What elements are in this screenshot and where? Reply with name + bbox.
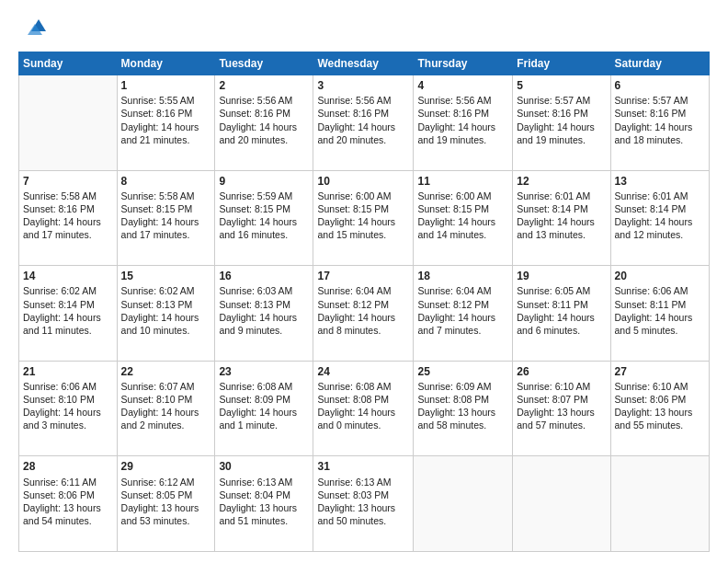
day-info-line: Daylight: 13 hours xyxy=(615,407,693,418)
day-info-line: Sunset: 8:15 PM xyxy=(417,203,489,214)
day-info-line: and 5 minutes. xyxy=(615,325,678,336)
day-info-line: Daylight: 14 hours xyxy=(219,216,297,227)
day-number: 5 xyxy=(517,78,606,93)
calendar-cell: 1Sunrise: 5:55 AMSunset: 8:16 PMDaylight… xyxy=(117,75,215,171)
day-number: 26 xyxy=(517,364,606,379)
day-info-line: Sunrise: 6:08 AM xyxy=(219,381,292,392)
page: SundayMondayTuesdayWednesdayThursdayFrid… xyxy=(0,0,728,563)
day-number: 9 xyxy=(219,174,309,189)
day-info-line: Daylight: 14 hours xyxy=(121,121,199,132)
day-info-line: Daylight: 14 hours xyxy=(317,312,395,323)
day-number: 27 xyxy=(615,364,705,379)
day-info-line: Sunrise: 6:06 AM xyxy=(615,285,688,296)
day-info-line: Daylight: 13 hours xyxy=(23,502,101,513)
calendar-cell: 24Sunrise: 6:08 AMSunset: 8:08 PMDayligh… xyxy=(313,361,414,456)
day-info-line: and 17 minutes. xyxy=(23,229,92,240)
day-info-line: and 16 minutes. xyxy=(219,229,288,240)
day-info-line: Sunrise: 5:57 AM xyxy=(517,95,590,106)
day-info-line: Daylight: 14 hours xyxy=(219,121,297,132)
day-info-line: Daylight: 14 hours xyxy=(517,121,595,132)
day-info-line: Daylight: 14 hours xyxy=(219,407,297,418)
day-number: 15 xyxy=(121,269,211,283)
day-info-line: Sunrise: 6:09 AM xyxy=(417,381,491,392)
calendar-cell: 12Sunrise: 6:01 AMSunset: 8:14 PMDayligh… xyxy=(513,170,610,266)
weekday-header: Tuesday xyxy=(215,52,313,75)
day-info-line: Sunset: 8:15 PM xyxy=(317,203,389,214)
day-number: 2 xyxy=(219,78,309,93)
weekday-header: Sunday xyxy=(19,52,118,75)
day-info-line: and 2 minutes. xyxy=(121,419,185,431)
day-number: 3 xyxy=(317,78,409,93)
calendar-cell: 13Sunrise: 6:01 AMSunset: 8:14 PMDayligh… xyxy=(610,170,709,266)
day-info-line: and 20 minutes. xyxy=(219,134,288,145)
day-info-line: Daylight: 14 hours xyxy=(121,312,199,323)
day-info-line: Sunrise: 6:04 AM xyxy=(417,285,491,296)
day-info-line: and 50 minutes. xyxy=(317,515,386,526)
day-info-line: Sunset: 8:14 PM xyxy=(615,203,687,214)
day-info-line: and 15 minutes. xyxy=(317,229,386,240)
day-info-line: and 7 minutes. xyxy=(417,325,481,336)
day-info-line: Sunrise: 6:12 AM xyxy=(121,477,195,488)
day-info-line: Sunrise: 6:06 AM xyxy=(23,381,97,392)
calendar-cell: 18Sunrise: 6:04 AMSunset: 8:12 PMDayligh… xyxy=(414,266,513,362)
calendar-cell xyxy=(513,456,610,552)
day-info-line: Daylight: 13 hours xyxy=(219,502,297,513)
day-info-line: Sunset: 8:05 PM xyxy=(121,489,193,500)
day-info-line: Sunrise: 6:05 AM xyxy=(517,285,590,296)
day-info-line: and 14 minutes. xyxy=(417,229,486,240)
calendar-cell: 17Sunrise: 6:04 AMSunset: 8:12 PMDayligh… xyxy=(313,266,414,362)
day-info-line: Sunrise: 6:11 AM xyxy=(23,477,97,488)
day-info-line: Daylight: 13 hours xyxy=(417,407,495,418)
day-info-line: and 58 minutes. xyxy=(417,419,486,431)
day-info-line: Sunset: 8:06 PM xyxy=(615,394,687,405)
calendar-cell: 26Sunrise: 6:10 AMSunset: 8:07 PMDayligh… xyxy=(513,361,610,456)
calendar-cell: 10Sunrise: 6:00 AMSunset: 8:15 PMDayligh… xyxy=(313,170,414,266)
day-info-line: Daylight: 14 hours xyxy=(23,312,101,323)
day-info-line: Sunset: 8:12 PM xyxy=(417,299,489,310)
day-info-line: Sunrise: 6:02 AM xyxy=(121,285,195,296)
calendar-cell: 15Sunrise: 6:02 AMSunset: 8:13 PMDayligh… xyxy=(117,266,215,362)
day-info-line: Sunrise: 5:55 AM xyxy=(121,95,195,106)
day-number: 13 xyxy=(615,174,705,189)
day-info-line: Sunset: 8:16 PM xyxy=(23,203,95,214)
day-info-line: Daylight: 13 hours xyxy=(317,502,395,513)
weekday-header: Friday xyxy=(513,52,610,75)
day-info-line: Daylight: 14 hours xyxy=(417,121,495,132)
day-info-line: Daylight: 14 hours xyxy=(317,216,395,227)
calendar-table: SundayMondayTuesdayWednesdayThursdayFrid… xyxy=(18,52,710,552)
day-info-line: Sunset: 8:16 PM xyxy=(517,108,588,119)
logo-icon xyxy=(18,15,46,42)
day-info-line: Sunrise: 6:01 AM xyxy=(615,190,688,201)
day-info-line: Sunset: 8:15 PM xyxy=(219,203,290,214)
calendar-week-row: 14Sunrise: 6:02 AMSunset: 8:14 PMDayligh… xyxy=(19,266,710,362)
day-number: 28 xyxy=(23,459,113,474)
day-number: 21 xyxy=(23,364,113,379)
weekday-header: Wednesday xyxy=(313,52,414,75)
day-info-line: Sunset: 8:03 PM xyxy=(317,489,389,500)
day-info-line: Daylight: 13 hours xyxy=(121,502,199,513)
day-info-line: Daylight: 14 hours xyxy=(615,312,693,323)
day-info-line: and 1 minute. xyxy=(219,419,278,431)
day-info-line: Daylight: 14 hours xyxy=(417,312,495,323)
day-info-line: Sunrise: 5:58 AM xyxy=(23,190,97,201)
day-info-line: Sunrise: 6:02 AM xyxy=(23,285,97,296)
day-info-line: Sunset: 8:11 PM xyxy=(615,299,687,310)
day-info-line: Sunset: 8:10 PM xyxy=(121,394,193,405)
day-info-line: Sunset: 8:09 PM xyxy=(219,394,290,405)
day-info-line: Sunrise: 6:07 AM xyxy=(121,381,195,392)
day-info-line: and 19 minutes. xyxy=(517,134,586,145)
day-info-line: Sunrise: 5:59 AM xyxy=(219,190,292,201)
day-info-line: Daylight: 14 hours xyxy=(317,121,395,132)
day-info-line: Sunrise: 5:56 AM xyxy=(219,95,292,106)
day-info-line: and 12 minutes. xyxy=(615,229,684,240)
day-number: 29 xyxy=(121,459,211,474)
day-number: 20 xyxy=(615,269,705,283)
day-number: 11 xyxy=(417,174,508,189)
day-info-line: and 9 minutes. xyxy=(219,325,282,336)
day-number: 1 xyxy=(121,78,211,93)
day-info-line: Sunrise: 6:04 AM xyxy=(317,285,391,296)
day-info-line: and 6 minutes. xyxy=(517,325,580,336)
day-number: 7 xyxy=(23,174,113,189)
day-info-line: Daylight: 14 hours xyxy=(417,216,495,227)
weekday-header: Monday xyxy=(117,52,215,75)
